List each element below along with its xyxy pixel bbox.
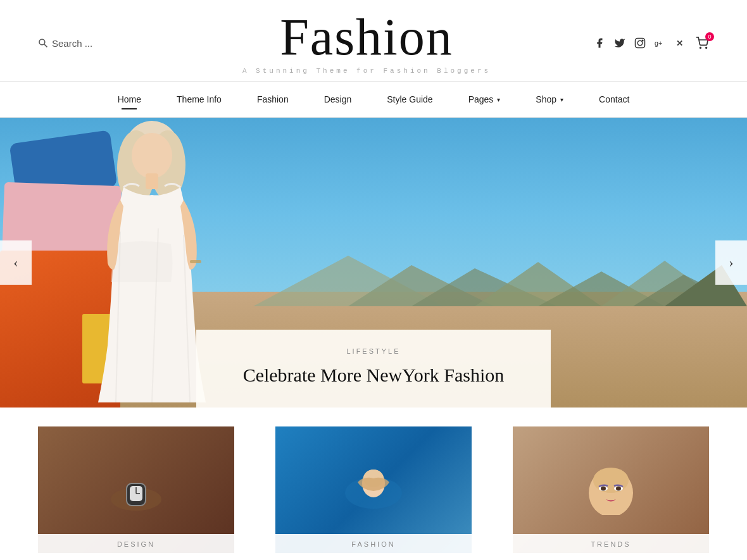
- nav-item-fashion[interactable]: Fashion: [239, 82, 306, 117]
- card-fashion-label: FASHION: [275, 534, 472, 553]
- card-design[interactable]: DESIGN: [38, 426, 234, 553]
- svg-point-4: [642, 40, 643, 41]
- hero-slider: ‹ › LIFESTYLE Celebrate More NewYork Fas…: [0, 118, 747, 408]
- twitter-icon[interactable]: [614, 37, 625, 49]
- card-design-label: DESIGN: [38, 534, 234, 553]
- slider-next-button[interactable]: ›: [715, 240, 747, 285]
- svg-rect-25: [190, 260, 201, 263]
- site-header: Search ... Fashion A Stunning Theme for …: [0, 0, 747, 81]
- card-trends-image: TRENDS: [513, 426, 709, 553]
- svg-point-0: [39, 39, 45, 45]
- cart-icon[interactable]: 0: [695, 37, 709, 49]
- xing-icon[interactable]: ✕: [675, 37, 686, 49]
- svg-line-1: [44, 44, 47, 47]
- svg-point-20: [132, 133, 172, 178]
- nav-item-shop[interactable]: Shop ▾: [518, 82, 581, 117]
- svg-point-35: [593, 468, 629, 493]
- svg-point-39: [616, 487, 621, 491]
- site-logo: Fashion A Stunning Theme for Fashion Blo…: [139, 11, 594, 75]
- card-fashion[interactable]: FASHION: [275, 426, 472, 553]
- nav-item-style-guide[interactable]: Style Guide: [369, 82, 450, 117]
- svg-point-7: [700, 47, 701, 49]
- social-icons-group: g+ ✕ 0: [594, 37, 709, 49]
- card-design-image: DESIGN: [38, 426, 234, 553]
- slider-prev-button[interactable]: ‹: [0, 240, 32, 285]
- nav-item-pages[interactable]: Pages ▾: [451, 82, 518, 117]
- nav-item-home[interactable]: Home: [100, 82, 159, 117]
- nav-item-design[interactable]: Design: [306, 82, 370, 117]
- svg-text:✕: ✕: [676, 39, 683, 48]
- pages-chevron-icon: ▾: [497, 96, 500, 103]
- googleplus-icon[interactable]: g+: [655, 37, 666, 49]
- main-nav: Home Theme Info Fashion Design Style Gui…: [0, 82, 747, 117]
- logo-title: Fashion: [139, 11, 594, 63]
- facebook-icon[interactable]: [594, 37, 605, 49]
- hero-caption: LIFESTYLE Celebrate More NewYork Fashion: [196, 330, 551, 408]
- search-placeholder: Search ...: [52, 38, 92, 49]
- cards-section: DESIGN FASHION: [0, 408, 747, 553]
- svg-point-38: [601, 487, 606, 491]
- nav-item-theme-info[interactable]: Theme Info: [159, 82, 239, 117]
- search-icon: [38, 38, 48, 48]
- cart-badge: 0: [705, 32, 714, 41]
- nav-item-contact[interactable]: Contact: [581, 82, 647, 117]
- hero-category: LIFESTYLE: [222, 347, 525, 355]
- shop-chevron-icon: ▾: [560, 96, 563, 103]
- svg-text:g+: g+: [655, 39, 662, 47]
- svg-point-3: [637, 40, 643, 46]
- hero-title: Celebrate More NewYork Fashion: [222, 363, 525, 387]
- svg-rect-2: [636, 39, 645, 48]
- svg-rect-21: [146, 173, 158, 189]
- instagram-icon[interactable]: [634, 37, 646, 49]
- card-trends-label: TRENDS: [513, 534, 709, 553]
- search-bar[interactable]: Search ...: [38, 38, 139, 49]
- card-trends[interactable]: TRENDS: [513, 426, 709, 553]
- card-fashion-image: FASHION: [275, 426, 472, 553]
- svg-point-8: [706, 47, 707, 49]
- logo-subtitle: A Stunning Theme for Fashion Bloggers: [139, 67, 594, 75]
